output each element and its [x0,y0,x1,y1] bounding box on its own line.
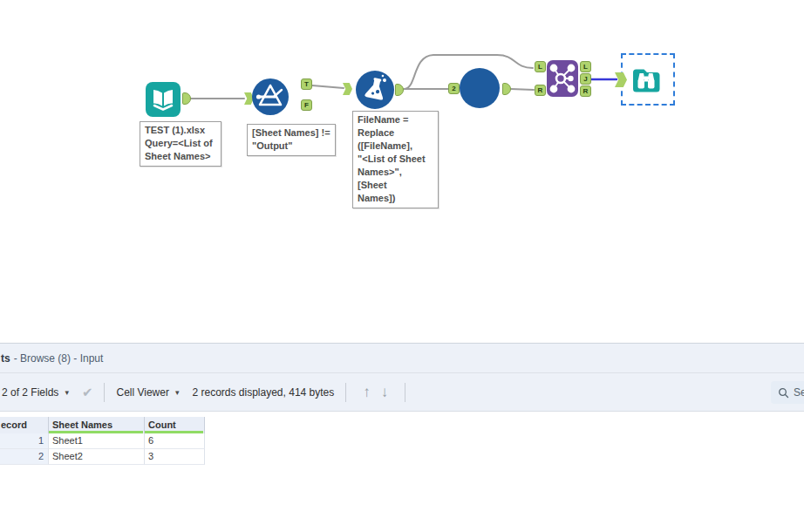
results-panel: ts - Browse (8) - Input 2 of 2 Fields ▾ … [0,343,804,532]
formula-tool[interactable] [356,71,394,109]
workflow-canvas[interactable]: T F 2 L R [0,0,804,343]
macro-input-anchor[interactable]: 2 [448,83,460,94]
results-grid-area: ecord Sheet Names Count 1 Sheet1 6 [0,412,804,532]
macro-tool[interactable] [460,68,500,108]
sheet-name-cell[interactable]: Sheet1 [49,433,145,449]
search-input[interactable]: Sea [771,381,804,404]
record-number-cell[interactable]: 2 [0,449,49,465]
join-molecule-icon [547,60,578,97]
column-header-count[interactable]: Count [145,417,205,433]
records-status: 2 records displayed, 414 bytes [192,386,334,399]
results-title: - Browse (8) - Input [14,352,104,365]
sheet-name-cell[interactable]: Sheet2 [49,449,145,465]
filter-true-anchor[interactable]: T [301,78,312,90]
results-table: ecord Sheet Names Count 1 Sheet1 6 [0,417,205,465]
join-right-input-anchor[interactable]: R [535,85,546,96]
filter-annotation[interactable]: [Sheet Names] != "Output" [247,124,336,156]
cell-viewer-dropdown[interactable]: Cell Viewer [116,386,168,399]
results-panel-header: ts - Browse (8) - Input [0,343,804,372]
input-data-book-icon [146,82,181,117]
data-quality-bar [49,431,143,433]
search-placeholder: Sea [794,386,804,399]
input-annotation[interactable]: TEST (1).xlsx Query=<List of Sheet Names… [140,121,221,167]
fields-caret-icon[interactable]: ▾ [65,388,69,397]
formula-flask-icon [356,71,394,109]
join-output-left-anchor[interactable]: L [580,61,591,72]
filter-false-anchor[interactable]: F [301,99,312,111]
results-title-bold: ts [1,352,10,365]
join-output-right-anchor[interactable]: R [580,85,591,97]
fields-dropdown[interactable]: 2 of 2 Fields [2,386,58,399]
filter-funnel-icon [252,78,289,115]
column-header-record[interactable]: ecord [0,417,49,433]
alteryx-designer-window: T F 2 L R [0,0,804,532]
browse-binoculars-icon [629,61,664,96]
data-quality-bar [145,431,203,433]
wire-filter-true-to-formula[interactable] [312,85,344,88]
cell-viewer-caret-icon[interactable]: ▾ [175,388,180,397]
count-cell[interactable]: 3 [145,449,205,465]
scroll-down-icon[interactable]: ↓ [381,384,389,401]
column-header-sheet-names[interactable]: Sheet Names [49,417,145,433]
table-row: 2 Sheet2 3 [0,449,205,465]
table-header-row: ecord Sheet Names Count [0,417,205,433]
record-number-cell[interactable]: 1 [0,433,49,449]
count-cell[interactable]: 6 [145,433,205,449]
browse-tool[interactable] [629,61,664,96]
toolbar-separator [405,383,405,402]
formula-annotation[interactable]: FileName = Replace ([FileName], "<List o… [352,111,439,208]
filter-tool[interactable] [252,78,289,115]
input-data-tool[interactable] [146,82,181,117]
scroll-up-icon[interactable]: ↑ [363,384,371,401]
search-icon [778,387,789,399]
join-output-join-anchor[interactable]: J [580,73,591,85]
apply-check-icon[interactable]: ✔ [82,385,93,400]
table-row: 1 Sheet1 6 [0,433,205,449]
toolbar-separator [104,383,105,402]
wire-macro-to-join-right[interactable] [511,89,534,90]
toolbar-separator [345,383,346,402]
join-tool[interactable] [547,60,578,97]
join-left-input-anchor[interactable]: L [535,61,546,72]
results-toolbar: 2 of 2 Fields ▾ ✔ Cell Viewer ▾ 2 record… [0,372,804,412]
